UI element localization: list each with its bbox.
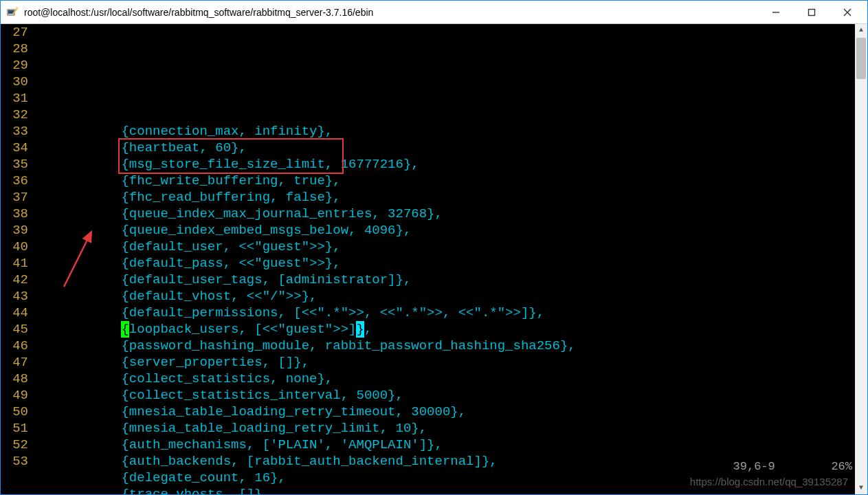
line-number: 48 xyxy=(1,371,28,387)
line-number: 50 xyxy=(1,404,28,420)
line-number: 31 xyxy=(1,90,28,107)
line-number: 44 xyxy=(1,305,28,321)
line-number: 49 xyxy=(1,387,28,404)
line-number: 43 xyxy=(1,288,28,305)
code-line: {default_vhost, <<"/">>}, xyxy=(35,288,855,305)
line-number: 28 xyxy=(1,41,28,57)
code-line: {fhc_read_buffering, false}, xyxy=(35,189,855,206)
code-line: {collect_statistics_interval, 5000}, xyxy=(35,387,855,404)
scroll-down-icon[interactable]: ▼ xyxy=(855,482,867,494)
code-line: {mnesia_table_loading_retry_limit, 10}, xyxy=(35,420,855,437)
code-line: {server_properties, []}, xyxy=(35,354,855,371)
line-number: 53 xyxy=(1,453,28,470)
cursor-position: 39,6-9 xyxy=(733,460,775,473)
line-number: 34 xyxy=(1,140,28,156)
code-line: {queue_index_max_journal_entries, 32768}… xyxy=(35,206,855,222)
code-line: {default_user_tags, [administrator]}, xyxy=(35,272,855,288)
terminal[interactable]: 2728293031323334353637383940414243444546… xyxy=(1,24,867,494)
line-number: 35 xyxy=(1,156,28,173)
minimize-button[interactable] xyxy=(766,4,786,21)
window-title: root@localhost:/usr/local/software/rabbi… xyxy=(24,7,766,18)
code-line: {collect_statistics, none}, xyxy=(35,371,855,387)
code-line: {fhc_write_buffering, true}, xyxy=(35,173,855,189)
line-number: 39 xyxy=(1,222,28,239)
line-number: 37 xyxy=(1,189,28,206)
line-number: 29 xyxy=(1,57,28,74)
scroll-percent: 26% xyxy=(831,460,852,473)
window-controls xyxy=(766,4,858,21)
scroll-up-icon[interactable]: ▲ xyxy=(855,24,867,36)
code-line: {default_permissions, [<<".*">>, <<".*">… xyxy=(35,305,855,321)
brace-match-open: { xyxy=(121,321,129,338)
code-line: {default_user, <<"guest">>}, xyxy=(35,239,855,255)
code-line: {password_hashing_module, rabbit_passwor… xyxy=(35,338,855,354)
line-number: 45 xyxy=(1,321,28,338)
code-line: {queue_index_embed_msgs_below, 4096}, xyxy=(35,222,855,239)
line-number: 42 xyxy=(1,272,28,288)
line-number: 27 xyxy=(1,24,28,41)
code-line: {mnesia_table_loading_retry_timeout, 300… xyxy=(35,404,855,420)
line-number: 32 xyxy=(1,107,28,123)
titlebar: root@localhost:/usr/local/software/rabbi… xyxy=(1,1,867,24)
code-line: {msg_store_file_size_limit, 16777216}, xyxy=(35,156,855,173)
line-number: 36 xyxy=(1,173,28,189)
code-line: {connection_max, infinity}, xyxy=(35,123,855,140)
line-number-gutter: 2728293031323334353637383940414243444546… xyxy=(1,24,32,494)
line-number: 41 xyxy=(1,255,28,272)
svg-point-2 xyxy=(16,6,19,9)
maximize-button[interactable] xyxy=(801,4,822,21)
putty-icon xyxy=(6,6,19,19)
vim-status-line: 39,6-9 26% xyxy=(705,442,852,492)
code-line: {heartbeat, 60}, xyxy=(35,140,855,156)
svg-rect-4 xyxy=(809,9,815,15)
scroll-thumb[interactable] xyxy=(856,38,866,79)
code-area[interactable]: {connection_max, infinity}, {heartbeat, … xyxy=(32,24,855,494)
line-number: 47 xyxy=(1,354,28,371)
line-number: 51 xyxy=(1,420,28,437)
scrollbar[interactable]: ▲ ▼ xyxy=(855,24,867,494)
line-number: 30 xyxy=(1,74,28,90)
line-number: 40 xyxy=(1,239,28,255)
line-number: 38 xyxy=(1,206,28,222)
line-number: 33 xyxy=(1,123,28,140)
line-number: 46 xyxy=(1,338,28,354)
line-number: 52 xyxy=(1,437,28,453)
code-line: {default_pass, <<"guest">>}, xyxy=(35,255,855,272)
brace-match-close: } xyxy=(356,321,364,338)
close-button[interactable] xyxy=(837,4,858,21)
code-line: {loopback_users, [<<"guest">>]}, xyxy=(35,321,855,338)
